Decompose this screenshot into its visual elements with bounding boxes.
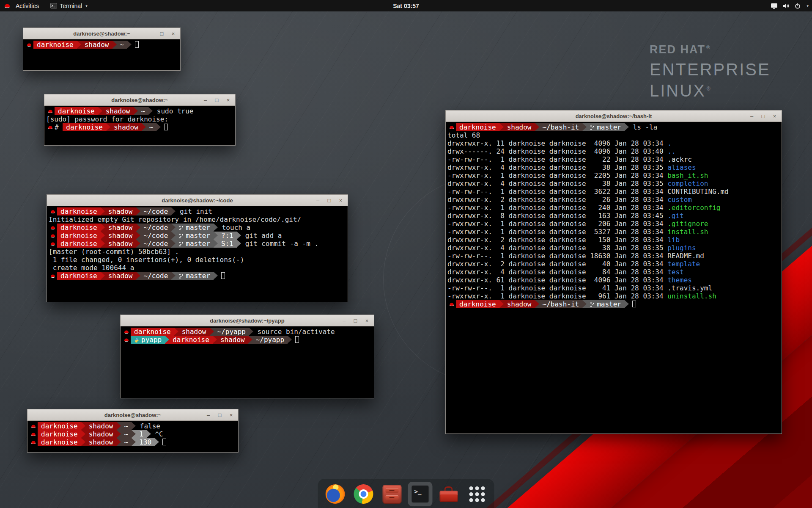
minimize-button[interactable]: – [749,111,755,121]
powerline-separator [499,123,504,131]
dock-file-cabinet-button[interactable] [380,482,404,506]
prompt-user-segment: darknoise [33,41,77,49]
prompt-host-segment: shadow [85,438,117,446]
powerline-separator [214,240,218,248]
powerline-separator [210,328,214,336]
titlebar[interactable]: darknoise@shadow:~/bash-it – □ × [446,110,782,122]
prompt-user-segment: darknoise [169,336,213,344]
titlebar[interactable]: darknoise@shadow:~ – □ × [27,409,238,421]
prompt-host-segment: shadow [102,107,134,115]
terminal-content[interactable]: darknoiseshadow~ [23,39,180,70]
dir-filename: . [667,139,672,147]
minimize-button[interactable]: – [147,28,154,39]
drawer-top [385,488,398,493]
close-button[interactable]: × [771,111,778,121]
activities-button[interactable]: Activities [14,3,41,9]
terminal-line: darknoiseshadow~/codemaster [49,272,348,280]
powerline-separator [535,123,539,131]
powerline-separator [156,123,161,131]
brand-line-redhat: RED HAT® [650,43,771,56]
app-menu-terminal[interactable]: Terminal ▾ [50,3,87,9]
terminal-content[interactable]: darknoiseshadow~/bash-itmaster ls -latot… [446,122,782,433]
powerline-separator [142,123,146,131]
red-hat-prompt-icon [46,123,55,131]
dock-chrome-button[interactable] [351,482,376,506]
terminal-text: git init [176,207,212,215]
prompt-path-segment: ~ [121,430,132,438]
titlebar[interactable]: darknoise@shadow:~ – □ × [23,28,180,39]
maximize-button[interactable]: □ [159,28,165,39]
powerline-separator [101,232,105,240]
maximize-button[interactable]: □ [326,195,332,206]
volume-icon [783,3,790,9]
prompt-host-segment: shadow [217,336,248,344]
prompt-host-segment: shadow [85,422,117,430]
maximize-button[interactable]: □ [352,315,359,326]
minimize-button[interactable]: – [341,315,347,326]
red-hat-prompt-icon [49,272,57,280]
terminal-line: -rwxrwxr-x. 1 darknoise darknoise 2205 J… [447,171,782,179]
terminal-line: darknoiseshadow~ [25,41,180,49]
exit-code-segment: 1 [136,430,147,438]
prompt-user-segment: darknoise [57,240,101,248]
minimize-button[interactable]: – [202,95,208,105]
prompt-user-segment: darknoise [38,422,81,430]
dock-terminal-button[interactable]: >_ [408,482,433,506]
close-button[interactable]: × [170,28,176,39]
terminal-content[interactable]: darknoiseshadow~ sudo true[sudo] passwor… [44,106,235,145]
terminal-line: [master (root-commit) 50bcb63] . [49,248,348,256]
dock-app-grid-button[interactable] [465,482,489,506]
dock-toolbox-button[interactable] [436,482,461,506]
system-status-area[interactable]: ▾ [771,0,809,11]
app-menu-label: Terminal [60,3,82,9]
red-hat-prompt-icon [25,41,33,49]
window-title: darknoise@shadow:~/pyapp [121,318,374,324]
terminal-content[interactable]: darknoiseshadow~/code git initInitialize… [47,206,348,302]
terminal-text: drwxrwxr-x. 2 darknoise darknoise 26 Jan… [447,196,667,204]
red-hat-prompt-icon [29,422,38,430]
prompt-user-segment: darknoise [456,123,499,131]
titlebar[interactable]: darknoise@shadow:~/pyapp – □ × [121,315,374,326]
prompt-host-segment: shadow [85,430,117,438]
prompt-user-segment: darknoise [57,224,101,232]
terminal-text: [master (root-commit) 50bcb63] . [49,248,179,256]
terminal-text: drwxrwxr-x. 11 darknoise darknoise 4096 … [447,139,667,147]
close-button[interactable]: × [337,195,344,206]
terminal-cursor [135,41,139,48]
powerline-separator [117,430,121,438]
terminal-line: -rwxrwxr-x. 1 darknoise darknoise 961 Ja… [447,292,782,300]
minimize-button[interactable]: – [315,195,321,206]
terminal-text: drwxrwxr-x. 8 darknoise darknoise 163 Ja… [447,212,667,220]
close-button[interactable]: × [228,410,234,420]
clock[interactable]: Sat 03:57 [0,3,812,9]
terminal-text: .travis.yml [667,284,712,292]
maximize-button[interactable]: □ [760,111,766,121]
titlebar[interactable]: darknoise@shadow:~/code – □ × [47,195,348,206]
maximize-button[interactable]: □ [214,95,220,105]
chevron-down-icon: ▾ [85,4,88,8]
terminal-text: # [55,123,63,131]
powerline-separator [106,123,110,131]
close-button[interactable]: × [364,315,370,326]
terminal-window-home-small: darknoise@shadow:~ – □ × darknoiseshadow… [23,28,181,71]
titlebar[interactable]: darknoise@shadow:~ – □ × [44,94,235,106]
maximize-button[interactable]: □ [217,410,223,420]
powerline-separator [249,328,253,336]
powerline-separator [174,328,178,336]
terminal-cursor [221,272,225,279]
terminal-line: drwxrwxr-x. 4 darknoise darknoise 38 Jan… [447,163,782,171]
powerline-separator [288,336,292,344]
terminal-cursor [295,336,299,343]
top-bar: Activities Terminal ▾ Sat 03:57 ▾ [0,0,812,11]
firefox-icon [326,484,345,504]
terminal-content[interactable]: darknoiseshadow~ falsedarknoiseshadow~1 … [27,421,238,452]
prompt-host-segment: shadow [178,328,210,336]
prompt-host-segment: shadow [110,123,142,131]
terminal-content[interactable]: darknoiseshadow~/pyapp source bin/activa… [121,326,374,398]
close-button[interactable]: × [225,95,231,105]
terminal-window-exit-codes: darknoise@shadow:~ – □ × darknoiseshadow… [27,409,239,453]
dock-firefox-button[interactable] [323,482,348,506]
powerline-separator [98,107,102,115]
minimize-button[interactable]: – [205,410,211,420]
terminal-line: drwxrwxr-x. 61 darknoise darknoise 4096 … [447,276,782,284]
